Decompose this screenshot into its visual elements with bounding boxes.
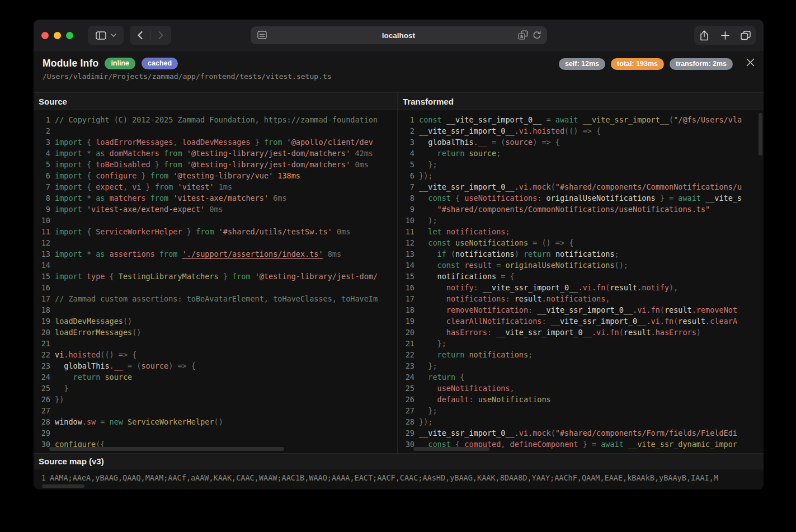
code-line: 16 xyxy=(34,282,397,293)
line-number: 19 xyxy=(398,316,419,327)
sourcemap-line: 1 AAMA;AAeA,yBAAG,QAAQ,MAAM;AACf,aAAW,KA… xyxy=(34,469,764,483)
code-text: // Copyright (C) 2012-2025 Zammad Founda… xyxy=(55,114,378,125)
forward-button[interactable] xyxy=(151,26,172,45)
code-line: 4 return source; xyxy=(398,148,764,159)
back-button[interactable] xyxy=(130,26,150,45)
line-number: 26 xyxy=(34,394,55,405)
code-line: 28window.sw = new ServiceWorkerHelper() xyxy=(34,416,397,427)
module-badges: inlinecached xyxy=(105,58,178,69)
line-number: 6 xyxy=(398,170,419,181)
code-text: const __vite_ssr_import_0__ = await __vi… xyxy=(419,114,742,125)
line-number: 3 xyxy=(398,136,419,148)
line-number: 11 xyxy=(34,226,55,237)
vertical-scrollbar-thumb-transformed[interactable] xyxy=(759,113,762,156)
code-line: 8import * as matchers from 'vitest-axe/m… xyxy=(34,192,397,204)
line-number: 5 xyxy=(398,159,419,170)
chevron-down-icon xyxy=(111,34,116,37)
reload-icon[interactable] xyxy=(533,31,541,40)
code-line: 3 globalThis.__ = (source) => { xyxy=(398,136,764,148)
line-number: 3 xyxy=(34,136,55,148)
close-window-button[interactable] xyxy=(41,32,49,39)
horizontal-scrollbar-thumb-sourcemap[interactable] xyxy=(42,484,84,488)
code-line: 9import 'vitest-axe/extend-expect' 0ms xyxy=(34,204,397,215)
line-number: 14 xyxy=(398,260,419,271)
code-line: 26 default: useNotifications xyxy=(398,394,764,405)
line-number: 29 xyxy=(34,427,55,439)
share-button[interactable] xyxy=(694,26,715,45)
code-line: 25 } xyxy=(34,383,397,394)
code-line: 21 xyxy=(34,338,397,349)
code-text: import 'vitest-axe/extend-expect' 0ms xyxy=(55,204,223,215)
code-text: __vite_ssr_import_0__.vi.mock("#shared/c… xyxy=(419,427,737,439)
code-text: }; xyxy=(419,360,437,371)
fullscreen-window-button[interactable] xyxy=(66,32,73,39)
line-number: 22 xyxy=(398,349,419,360)
code-line: 5 }; xyxy=(398,159,764,170)
url-bar[interactable]: localhost A a xyxy=(251,26,547,44)
code-line: 25 useNotifications, xyxy=(398,383,764,394)
minimize-window-button[interactable] xyxy=(54,32,61,39)
svg-text:a: a xyxy=(520,34,522,39)
translate-icon[interactable]: A a xyxy=(518,30,528,40)
code-text: loadDevMessages() xyxy=(55,316,132,327)
line-number: 21 xyxy=(398,338,419,349)
new-tab-button[interactable] xyxy=(715,26,736,45)
horizontal-scrollbar-thumb-transformed[interactable] xyxy=(413,447,489,451)
code-line: 13 if (notifications) return notificatio… xyxy=(398,248,764,260)
code-line: 13import * as assertions from './support… xyxy=(34,248,397,260)
code-line: 10 ); xyxy=(398,215,764,226)
source-panel: Source 1// Copyright (C) 2012-2025 Zamma… xyxy=(34,93,398,453)
code-text: window.sw = new ServiceWorkerHelper() xyxy=(55,416,223,427)
code-line: 18 removeNotification: __vite_ssr_import… xyxy=(398,304,764,316)
line-number: 12 xyxy=(34,237,55,248)
traffic-lights xyxy=(41,32,73,39)
code-text: const useNotifications = () => { xyxy=(419,237,573,248)
code-text: }); xyxy=(419,170,432,181)
code-line: 18 xyxy=(34,304,397,316)
transformed-panel: Transformed 1const __vite_ssr_import_0__… xyxy=(398,93,764,453)
code-text: notifications: result.notifications, xyxy=(419,293,610,304)
transformed-code: 1const __vite_ssr_import_0__ = await __v… xyxy=(398,110,764,453)
code-line: 22vi.hoisted(() => { xyxy=(34,349,397,360)
code-text: }; xyxy=(419,405,437,416)
line-number: 28 xyxy=(34,416,55,427)
tab-overview-button[interactable] xyxy=(735,26,756,45)
sidebar-toggle-button[interactable] xyxy=(88,26,124,45)
line-number: 14 xyxy=(34,260,55,271)
line-number: 13 xyxy=(34,248,55,260)
line-number: 16 xyxy=(34,282,55,293)
code-text: const { useNotifications: originalUseNot… xyxy=(419,192,742,204)
line-number: 24 xyxy=(34,371,55,383)
code-text: } xyxy=(55,383,68,394)
code-line: 15 notifications = { xyxy=(398,271,764,282)
line-number: 5 xyxy=(34,159,55,170)
toolbar-right-buttons xyxy=(694,26,756,45)
code-line: 27 }; xyxy=(398,405,764,416)
code-line: 1const __vite_ssr_import_0__ = await __v… xyxy=(398,114,764,125)
page-title: Module Info xyxy=(43,58,98,69)
line-number: 4 xyxy=(398,148,419,159)
close-button[interactable] xyxy=(746,58,755,67)
code-line: 17// Zammad custom assertions: toBeAvata… xyxy=(34,293,397,304)
code-text: globalThis.__ = (source) => { xyxy=(419,136,560,148)
line-number: 19 xyxy=(34,316,55,327)
code-line: 3import { loadErrorMessages, loadDevMess… xyxy=(34,136,397,148)
code-line: 2__vite_ssr_import_0__.vi.hoisted(() => … xyxy=(398,125,764,136)
line-number: 25 xyxy=(34,383,55,394)
share-icon xyxy=(700,30,709,41)
line-number: 12 xyxy=(398,237,419,248)
line-number: 2 xyxy=(34,125,55,136)
timing-badge: self: 12ms xyxy=(559,58,605,70)
timing-badges: self: 12mstotal: 193mstransform: 2ms xyxy=(559,58,733,70)
sourcemap-section: Source map (v3) 1 AAMA;AAeA,yBAAG,QAAQ,M… xyxy=(34,453,764,489)
line-number: 11 xyxy=(398,226,419,237)
code-line: 29 xyxy=(34,427,397,439)
line-number: 15 xyxy=(34,271,55,282)
code-text: import { ServiceWorkerHelper } from '#sh… xyxy=(55,226,350,237)
code-text: ); xyxy=(419,215,437,226)
code-line: 26}) xyxy=(34,394,397,405)
horizontal-scrollbar-thumb-source[interactable] xyxy=(49,447,284,451)
plus-icon xyxy=(721,31,729,40)
code-line: 29__vite_ssr_import_0__.vi.mock("#shared… xyxy=(398,427,764,439)
code-text: import { expect, vi } from 'vitest' 1ms xyxy=(55,181,232,192)
